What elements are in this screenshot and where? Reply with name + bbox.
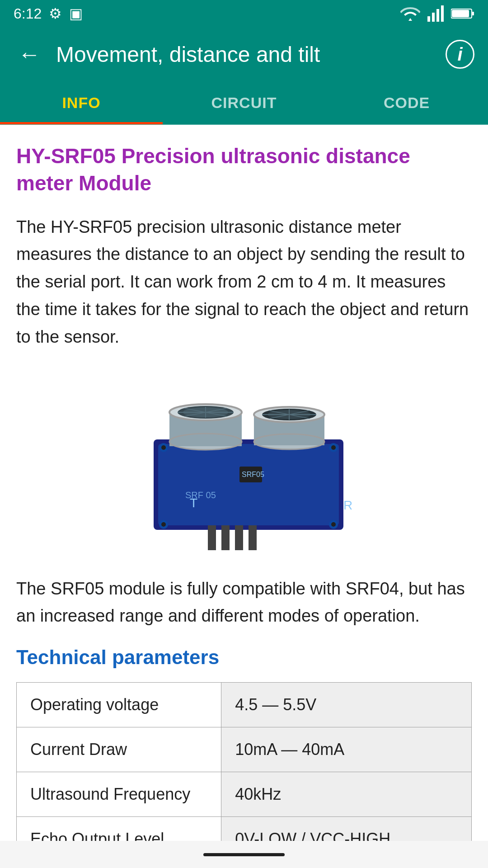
technical-section-title: Technical parameters: [16, 646, 472, 669]
battery-icon: [451, 7, 474, 20]
param-label: Ultrasound Frequency: [17, 772, 221, 817]
nav-bar: [0, 841, 488, 868]
svg-rect-38: [249, 525, 257, 550]
settings-icon: ⚙: [49, 5, 62, 22]
time-display: 6:12: [14, 5, 42, 22]
svg-point-44: [161, 522, 166, 527]
info-button[interactable]: i: [446, 40, 474, 69]
svg-rect-37: [235, 525, 243, 550]
svg-point-46: [331, 522, 336, 527]
home-indicator: [203, 853, 285, 856]
svg-point-40: [161, 445, 166, 450]
tab-circuit[interactable]: CIRCUIT: [163, 81, 325, 124]
svg-rect-2: [436, 9, 439, 22]
svg-rect-35: [208, 525, 216, 550]
status-bar: 6:12 ⚙ ▣: [0, 0, 488, 27]
tab-info[interactable]: INFO: [0, 81, 163, 124]
table-row: Operating voltage 4.5 — 5.5V: [17, 683, 472, 727]
param-value: 10mA — 40mA: [221, 727, 472, 772]
description-1: The HY-SRF05 precision ultrasonic distan…: [16, 213, 472, 351]
back-button[interactable]: ←: [14, 37, 45, 72]
description-2: The SRF05 module is fully compatible wit…: [16, 575, 472, 630]
sim-icon: ▣: [69, 5, 83, 22]
status-left: 6:12 ⚙ ▣: [14, 5, 83, 22]
main-content: HY-SRF05 Precision ultrasonic distance m…: [0, 125, 488, 868]
param-value: 4.5 — 5.5V: [221, 683, 472, 727]
table-row: Current Draw 10mA — 40mA: [17, 727, 472, 772]
svg-rect-0: [427, 16, 430, 22]
tab-bar: INFO CIRCUIT CODE: [0, 81, 488, 125]
svg-rect-36: [221, 525, 230, 550]
table-row: Ultrasound Frequency 40kHz: [17, 772, 472, 817]
info-icon: i: [457, 44, 462, 65]
svg-rect-5: [452, 10, 469, 17]
svg-rect-8: [158, 444, 339, 525]
technical-table: Operating voltage 4.5 — 5.5V Current Dra…: [16, 682, 472, 862]
param-label: Current Draw: [17, 727, 221, 772]
wifi-icon: [400, 5, 420, 22]
sensor-image: T R SRF05: [117, 367, 371, 557]
svg-text:SRF 05: SRF 05: [185, 490, 216, 500]
svg-point-42: [331, 445, 336, 450]
svg-rect-3: [441, 5, 444, 22]
app-bar: ← Movement, distance and tilt i: [0, 27, 488, 81]
param-label: Operating voltage: [17, 683, 221, 727]
svg-text:SRF05: SRF05: [242, 471, 264, 478]
sensor-svg: T R SRF05: [117, 367, 371, 557]
status-right: [400, 5, 474, 22]
signal-icon: [427, 5, 444, 22]
svg-rect-6: [472, 12, 474, 15]
svg-rect-1: [432, 13, 435, 22]
tab-code[interactable]: CODE: [325, 81, 488, 124]
param-value: 40kHz: [221, 772, 472, 817]
page-title: Movement, distance and tilt: [56, 42, 435, 67]
module-title: HY-SRF05 Precision ultrasonic distance m…: [16, 143, 472, 197]
svg-text:R: R: [343, 498, 352, 512]
sensor-image-container: T R SRF05: [16, 367, 472, 557]
